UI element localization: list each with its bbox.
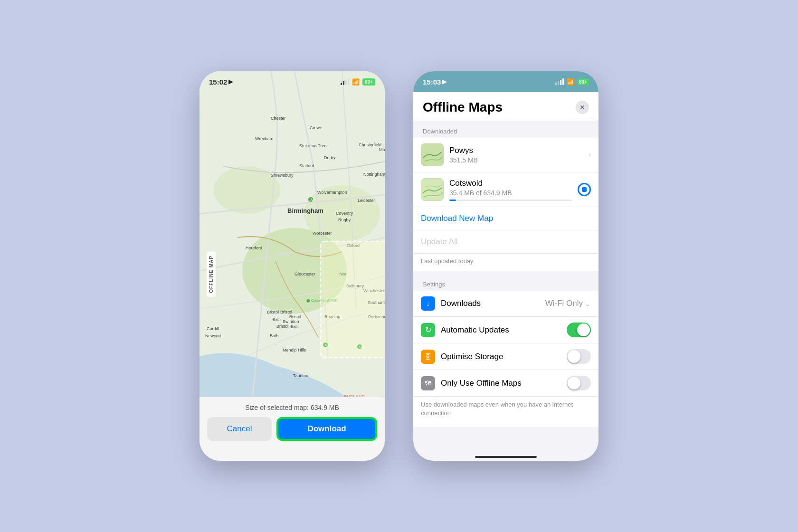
setting-row-auto-updates[interactable]: ↻ Automatic Updates	[413, 317, 598, 343]
svg-text:·Bath: ·Bath	[290, 324, 299, 329]
home-indicator-right	[475, 456, 537, 458]
bottom-sheet: Size of selected map: 634.9 MB Cancel Do…	[200, 397, 385, 461]
downloaded-maps-list: Powys 351.5 MB › Cotswold	[413, 138, 598, 207]
svg-text:Bristol: Bristol	[289, 314, 301, 319]
map-item-cotswold[interactable]: Cotswold 35.4 MB of 634.9 MB	[413, 172, 598, 207]
map-info-powys: Powys 351.5 MB	[449, 146, 583, 164]
map-thumb-cotswold	[421, 178, 444, 201]
auto-updates-icon: ↻	[421, 323, 435, 337]
status-bar-left: 15:02 ▶ 📶 80+	[200, 71, 385, 92]
wifi-icon-right: 📶	[567, 78, 574, 86]
svg-text:Nottingham: Nottingham	[363, 172, 385, 177]
toggle-knob-offline-only	[568, 377, 580, 390]
svg-text:Stafford: Stafford	[299, 163, 314, 168]
svg-text:·: ·	[276, 342, 276, 347]
status-icons-left: 📶 80+	[341, 78, 375, 86]
stop-square-icon	[582, 187, 587, 192]
svg-text:Wolverhampton: Wolverhampton	[317, 190, 347, 195]
map-name-cotswold: Cotswold	[449, 179, 572, 188]
offline-maps-panel: Offline Maps ✕ Downloaded Powys 3	[413, 92, 598, 461]
download-button[interactable]: Download	[276, 417, 377, 441]
time-display-left: 15:02 ▶	[209, 78, 233, 86]
location-icon-right: ▶	[442, 78, 446, 85]
offline-map-label: OFFLINE MAP	[207, 252, 216, 297]
svg-text:Rugby: Rugby	[338, 218, 351, 222]
time-display-right: 15:03 ▶	[423, 78, 446, 86]
download-progress-fill	[449, 200, 456, 201]
svg-text:·Bath: ·Bath	[272, 317, 281, 322]
location-icon-left: ▶	[228, 78, 233, 85]
setting-name-downloads: Downloads	[441, 299, 540, 308]
offline-only-icon: 🗺	[421, 376, 435, 390]
svg-text:Chester: Chester	[271, 116, 286, 121]
action-buttons: Cancel Download	[207, 417, 377, 441]
battery-left: 80+	[362, 78, 375, 86]
map-info-cotswold: Cotswold 35.4 MB of 634.9 MB	[449, 179, 572, 201]
update-all-text: Update All	[421, 237, 458, 247]
download-new-map-link[interactable]: Download New Map	[421, 214, 493, 223]
svg-text:Leicester: Leicester	[358, 198, 375, 203]
svg-text:Birmingham: Birmingham	[287, 207, 323, 214]
setting-value-downloads: Wi-Fi Only ⌄	[545, 299, 591, 309]
close-button[interactable]: ✕	[576, 101, 589, 114]
settings-section-label: Settings	[413, 271, 598, 291]
svg-text:Worcester: Worcester	[313, 231, 332, 236]
panel-title: Offline Maps	[423, 100, 503, 115]
status-icons-right: 📶 80+	[555, 78, 589, 86]
downloaded-section-label: Downloaded	[413, 121, 598, 138]
svg-text:Wrexham: Wrexham	[255, 136, 273, 141]
svg-text:Derby: Derby	[324, 155, 336, 160]
svg-text:Chesterfield: Chesterfield	[359, 142, 381, 147]
setting-name-optimise-storage: Optimise Storage	[441, 352, 561, 361]
right-phone: 15:03 ▶ 📶 80+ Offline Maps ✕ Downloaded	[413, 71, 598, 461]
auto-updates-toggle[interactable]	[567, 323, 591, 337]
update-all-row[interactable]: Update All	[413, 230, 598, 254]
signal-icon-left	[341, 78, 349, 85]
offline-only-toggle[interactable]	[567, 376, 591, 390]
svg-text:Mendip Hills: Mendip Hills	[283, 348, 306, 352]
svg-rect-56	[421, 178, 444, 201]
svg-text:Hereford: Hereford	[246, 246, 262, 250]
svg-text:Bristol: Bristol	[267, 310, 279, 314]
toggle-knob-auto-updates	[577, 323, 590, 336]
svg-text:Bath: Bath	[270, 333, 279, 338]
battery-right: 80+	[577, 79, 589, 85]
left-phone: Birmingham Hereford Gloucester Oxford Sw…	[200, 71, 385, 461]
svg-text:Newport: Newport	[205, 333, 221, 338]
panel-header: Offline Maps ✕	[413, 92, 598, 121]
download-new-map-row[interactable]: Download New Map	[413, 207, 598, 230]
svg-text:A: A	[310, 198, 313, 202]
setting-row-downloads[interactable]: ↓ Downloads Wi-Fi Only ⌄	[413, 291, 598, 317]
map-size-text: Size of selected map: 634.9 MB	[245, 404, 339, 411]
svg-text:Crewe: Crewe	[310, 125, 322, 130]
status-bar-right: 15:03 ▶ 📶 80+	[413, 71, 598, 92]
svg-text:Cardiff: Cardiff	[207, 326, 219, 331]
signal-icon-right	[555, 78, 564, 85]
optimise-storage-icon: 🗄	[421, 350, 435, 364]
toggle-knob-optimise-storage	[568, 350, 580, 363]
map-item-powys[interactable]: Powys 351.5 MB ›	[413, 138, 598, 172]
wifi-icon-left: 📶	[352, 78, 360, 86]
svg-text:Gloucester: Gloucester	[294, 272, 315, 276]
svg-text:Taunton: Taunton	[293, 373, 308, 378]
setting-name-auto-updates: Automatic Updates	[441, 325, 561, 335]
svg-text:Stoke-on-Trent: Stoke-on-Trent	[299, 143, 328, 148]
svg-text:Shrewsbury: Shrewsbury	[271, 173, 294, 178]
svg-text:Mansfield: Mansfield	[379, 147, 385, 152]
setting-row-offline-only[interactable]: 🗺 Only Use Offline Maps	[413, 370, 598, 397]
svg-rect-51	[321, 241, 385, 358]
map-size-cotswold: 35.4 MB of 634.9 MB	[449, 189, 572, 197]
downloads-icon: ↓	[421, 296, 435, 311]
svg-text:Bristol: Bristol	[276, 324, 288, 329]
chevron-icon-powys: ›	[589, 151, 591, 159]
optimise-storage-toggle[interactable]	[567, 349, 591, 364]
last-updated-note: Last updated today	[413, 254, 598, 271]
download-stop-button[interactable]	[578, 183, 591, 196]
cancel-button[interactable]: Cancel	[207, 417, 272, 441]
map-thumb-powys	[421, 143, 444, 166]
setting-row-optimise-storage[interactable]: 🗄 Optimise Storage	[413, 343, 598, 370]
svg-text:Coventry: Coventry	[336, 211, 353, 216]
download-progress-bar	[449, 200, 572, 201]
offline-maps-note: Use downloaded maps even when you have a…	[413, 397, 598, 427]
setting-name-offline-only: Only Use Offline Maps	[441, 379, 561, 388]
